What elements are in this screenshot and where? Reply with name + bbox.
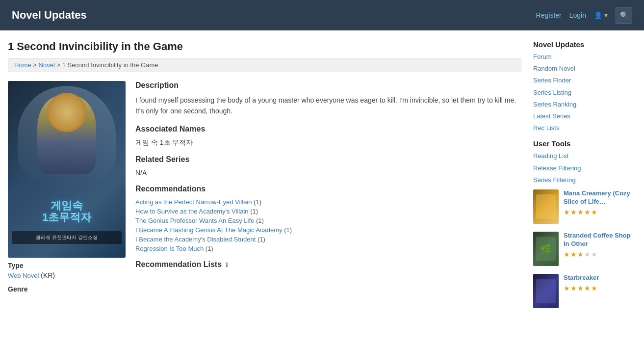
card-info: Starbreaker★★★★★ — [564, 274, 636, 292]
breadcrumb-sep1: > — [33, 61, 38, 69]
card-stars: ★★★★★ — [564, 284, 636, 292]
description-heading: Description — [135, 81, 521, 90]
star-filled: ★ — [591, 284, 597, 292]
sidebar-title: Novel Updates — [533, 40, 636, 49]
rec-count: (1) — [250, 208, 258, 215]
cover-image: 게임속 1초무적자 클리쉐 뮤전판타지 강렌소설 — [8, 81, 126, 258]
cover-subtitle: 클리쉐 뮤전판타지 강렌소설 — [12, 231, 122, 244]
card-title[interactable]: Mana Creamery (Cozy Slice of Life… — [564, 189, 636, 206]
user-menu[interactable]: 👤 ▾ — [594, 11, 608, 19]
recommendation-link[interactable]: Acting as the Perfect Narrow-Eyed Villai… — [135, 198, 521, 206]
card-thumbnail — [533, 274, 559, 308]
rec-lists-heading: Recommendation Lists ℹ — [135, 260, 521, 269]
star-filled: ★ — [577, 284, 584, 292]
search-icon: 🔍 — [620, 11, 628, 19]
page-title: 1 Second Invincibility in the Game — [8, 40, 521, 53]
user-icon: 👤 — [594, 11, 602, 19]
card-stars: ★★★★★ — [564, 250, 636, 258]
sidebar-card: Mana Creamery (Cozy Slice of Life…★★★★★ — [533, 189, 636, 224]
cover-korean-title: 게임속 1초무적자 — [12, 200, 122, 223]
type-section: Type Web Novel (KR) — [8, 262, 126, 279]
page-wrapper: 1 Second Invincibility in the Game Home … — [0, 30, 644, 348]
login-link[interactable]: Login — [569, 11, 586, 19]
breadcrumb-sep2: > — [56, 61, 62, 69]
sidebar-link-series-ranking[interactable]: Series Ranking — [533, 100, 636, 109]
related-series-value: N/A — [135, 169, 521, 177]
card-stars: ★★★★★ — [564, 208, 636, 216]
card-thumbnail — [533, 189, 559, 224]
card-info: Mana Creamery (Cozy Slice of Life…★★★★★ — [564, 189, 636, 216]
sidebar: Novel Updates ForumRandom NovelSeries Fi… — [533, 40, 636, 339]
breadcrumb-novel[interactable]: Novel — [39, 61, 55, 69]
card-info: Stranded Coffee Shop In Other★★★★★ — [564, 232, 636, 258]
user-tools-link-release-filtering[interactable]: Release Filtering — [533, 164, 636, 173]
card-title[interactable]: Stranded Coffee Shop In Other — [564, 232, 636, 248]
user-tools-link-series-filtering[interactable]: Series Filtering — [533, 176, 636, 185]
star-filled: ★ — [591, 208, 597, 216]
recommendation-link[interactable]: Regression Is Too Much (1) — [135, 245, 521, 252]
user-tools-link-reading-list[interactable]: Reading List — [533, 152, 636, 161]
search-button[interactable]: 🔍 — [616, 7, 632, 24]
sidebar-link-latest-series[interactable]: Latest Series — [533, 112, 636, 121]
star-empty: ★ — [591, 250, 597, 258]
recommendations-heading: Recommendations — [135, 185, 521, 193]
novel-cover: 게임속 1초무적자 클리쉐 뮤전판타지 강렌소설 Type Web Novel … — [8, 81, 126, 293]
card-thumbnail: 🌿 — [533, 232, 559, 266]
sidebar-link-series-listing[interactable]: Series Listing — [533, 88, 636, 97]
main-content: 1 Second Invincibility in the Game Home … — [8, 40, 521, 339]
genre-label: Genre — [8, 285, 126, 293]
sidebar-link-rec-lists[interactable]: Rec Lists — [533, 124, 636, 133]
info-icon: ℹ — [226, 262, 228, 268]
star-filled: ★ — [584, 284, 591, 292]
rec-count: (1) — [256, 217, 264, 224]
recommendation-link[interactable]: I Became A Flashing Genius At The Magic … — [135, 226, 521, 234]
sidebar-link-forum[interactable]: Forum — [533, 53, 636, 61]
star-filled: ★ — [570, 208, 577, 216]
description-text: I found myself possessing the body of a … — [135, 95, 521, 117]
novel-details: Description I found myself possessing th… — [135, 81, 521, 293]
rec-lists-heading-text: Recommendation Lists — [135, 260, 222, 268]
rec-count: (1) — [258, 236, 265, 243]
star-filled: ★ — [570, 284, 577, 292]
sidebar-link-random-novel[interactable]: Random Novel — [533, 64, 636, 73]
type-link[interactable]: Web Novel — [8, 272, 39, 279]
sidebar-divider: User Tools Reading ListRelease Filtering… — [533, 139, 636, 185]
register-link[interactable]: Register — [536, 11, 562, 19]
sidebar-card: 🌿Stranded Coffee Shop In Other★★★★★ — [533, 232, 636, 266]
assoc-names-text: 게임 속 1초 무적자 — [135, 138, 521, 147]
sidebar-link-series-finder[interactable]: Series Finder — [533, 76, 636, 85]
sidebar-cards: Mana Creamery (Cozy Slice of Life…★★★★★🌿… — [533, 189, 636, 308]
novel-row: 게임속 1초무적자 클리쉐 뮤전판타지 강렌소설 Type Web Novel … — [8, 81, 521, 293]
site-title: Novel Updates — [12, 9, 87, 22]
user-tools-title: User Tools — [533, 139, 636, 148]
related-series-heading: Related Series — [135, 155, 521, 164]
star-filled: ★ — [564, 208, 570, 216]
type-label: Type — [8, 262, 126, 269]
sidebar-card: Starbreaker★★★★★ — [533, 274, 636, 308]
site-header: Novel Updates Register Login 👤 ▾ 🔍 — [0, 0, 644, 30]
star-filled: ★ — [584, 208, 591, 216]
star-filled: ★ — [570, 250, 577, 258]
breadcrumb-current: 1 Second Invincibility in the Game — [62, 61, 158, 69]
breadcrumb-home[interactable]: Home — [14, 61, 31, 69]
rec-count: (1) — [254, 198, 261, 206]
sidebar-links: ForumRandom NovelSeries FinderSeries Lis… — [533, 53, 636, 133]
star-filled: ★ — [564, 284, 570, 292]
type-extra: (KR) — [41, 271, 55, 279]
rec-count: (1) — [206, 245, 213, 252]
breadcrumb: Home > Novel > 1 Second Invincibility in… — [8, 58, 521, 72]
recommendation-link[interactable]: The Genius Professor Wants An Easy Life … — [135, 217, 521, 224]
star-filled: ★ — [564, 250, 570, 258]
header-nav: Register Login 👤 ▾ 🔍 — [536, 7, 632, 24]
star-filled: ★ — [577, 250, 584, 258]
user-tools-links: Reading ListRelease FilteringSeries Filt… — [533, 152, 636, 185]
assoc-names-heading: Associated Names — [135, 125, 521, 134]
card-title[interactable]: Starbreaker — [564, 274, 636, 282]
chevron-down-icon: ▾ — [604, 11, 608, 19]
recommendation-link[interactable]: How to Survive as the Academy's Villain … — [135, 208, 521, 215]
rec-count: (1) — [284, 226, 292, 234]
recommendation-link[interactable]: I Became the Academy's Disabled Student … — [135, 236, 521, 243]
star-filled: ★ — [577, 208, 584, 216]
star-empty: ★ — [584, 250, 591, 258]
recommendations-list: Acting as the Perfect Narrow-Eyed Villai… — [135, 198, 521, 252]
